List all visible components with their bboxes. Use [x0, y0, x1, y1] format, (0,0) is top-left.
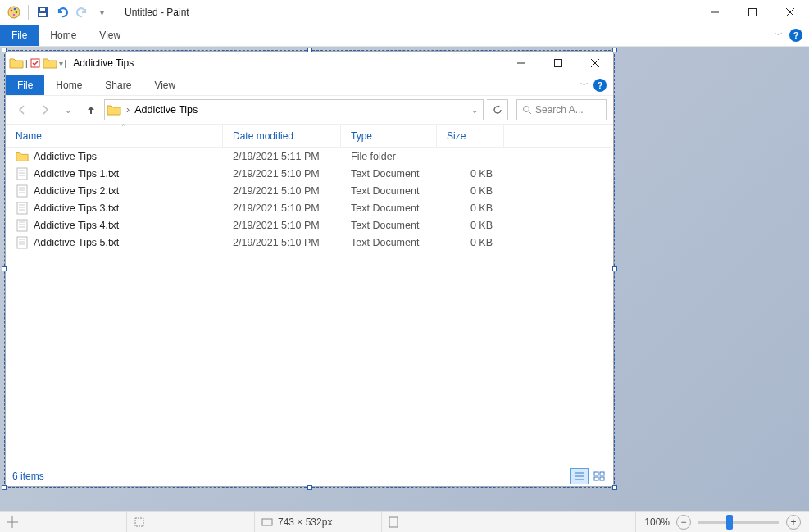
resize-handle-tl[interactable] — [2, 48, 7, 52]
paint-selection[interactable]: | ▾ | Addictive Tips — [4, 50, 615, 488]
search-input[interactable]: Search A... — [516, 99, 607, 120]
file-row[interactable]: Addictive Tips 3.txt2/19/2021 5:10 PMTex… — [6, 199, 613, 216]
svg-rect-48 — [135, 518, 143, 526]
file-row[interactable]: Addictive Tips 5.txt2/19/2021 5:10 PMTex… — [6, 234, 613, 251]
file-date: 2/19/2021 5:11 PM — [223, 151, 341, 162]
zoom-slider[interactable] — [698, 521, 779, 524]
view-details-button[interactable] — [570, 468, 589, 484]
explorer-file-list[interactable]: Addictive Tips2/19/2021 5:11 PMFile fold… — [6, 148, 613, 466]
undo-icon[interactable] — [53, 3, 71, 21]
svg-point-4 — [13, 14, 16, 16]
ribbon-collapse-icon[interactable]: ﹀ — [775, 30, 783, 41]
file-type: Text Document — [341, 237, 437, 248]
redo-icon[interactable] — [73, 3, 91, 21]
explorer-tab-view[interactable]: View — [143, 75, 187, 95]
file-row[interactable]: Addictive Tips2/19/2021 5:11 PMFile fold… — [6, 148, 613, 165]
file-row[interactable]: Addictive Tips 1.txt2/19/2021 5:10 PMTex… — [6, 165, 613, 182]
svg-rect-27 — [17, 202, 27, 214]
text-file-icon — [16, 219, 29, 232]
file-size: 0 KB — [437, 202, 504, 214]
nav-back-button[interactable] — [12, 100, 32, 120]
explorer-close-button[interactable] — [576, 52, 613, 75]
file-size: 0 KB — [437, 185, 504, 197]
file-date: 2/19/2021 5:10 PM — [223, 185, 341, 197]
nav-recent-dropdown[interactable]: ⌄ — [58, 100, 78, 120]
column-header-type[interactable]: Type — [341, 125, 437, 147]
refresh-button[interactable] — [487, 99, 508, 120]
svg-point-1 — [11, 10, 13, 12]
explorer-minimize-button[interactable] — [502, 52, 539, 75]
properties-icon[interactable] — [30, 57, 41, 69]
svg-point-3 — [16, 11, 18, 14]
column-header-size[interactable]: Size — [437, 125, 504, 147]
svg-rect-6 — [39, 13, 46, 16]
minimize-button[interactable] — [696, 0, 734, 25]
explorer-ribbon-collapse-icon[interactable]: ﹀ — [580, 80, 589, 91]
explorer-tab-share[interactable]: Share — [93, 75, 143, 95]
selection-size-icon — [134, 516, 145, 528]
paint-tab-home[interactable]: Home — [39, 25, 88, 46]
text-file-icon — [16, 184, 29, 198]
explorer-maximize-button[interactable] — [539, 52, 576, 75]
file-type: Text Document — [341, 220, 437, 231]
filesize-icon — [389, 516, 398, 528]
folder-icon — [107, 102, 121, 117]
close-button[interactable] — [771, 0, 809, 25]
maximize-button[interactable] — [734, 0, 771, 25]
paint-ribbon: File Home View ﹀ ? — [0, 25, 809, 47]
paint-canvas-area[interactable]: | ▾ | Addictive Tips — [0, 47, 809, 511]
zoom-out-button[interactable]: − — [676, 515, 691, 530]
file-type: Text Document — [341, 185, 437, 197]
explorer-tab-file[interactable]: File — [6, 75, 44, 95]
explorer-title-bar: | ▾ | Addictive Tips — [6, 52, 613, 75]
svg-point-0 — [8, 7, 20, 18]
breadcrumb-segment[interactable]: Addictive Tips — [134, 104, 198, 116]
resize-handle-rm[interactable] — [612, 266, 617, 271]
folder-icon — [43, 56, 57, 70]
file-size: 0 KB — [437, 168, 504, 180]
nav-up-button[interactable] — [81, 100, 101, 120]
view-thumbnails-button[interactable] — [590, 468, 608, 484]
resize-handle-lm[interactable] — [2, 266, 7, 271]
resize-handle-bl[interactable] — [2, 485, 7, 490]
svg-rect-50 — [389, 517, 398, 527]
file-name: Addictive Tips — [34, 151, 97, 162]
zoom-slider-thumb[interactable] — [726, 515, 733, 530]
search-icon — [522, 105, 532, 115]
file-date: 2/19/2021 5:10 PM — [223, 237, 341, 248]
resize-handle-bm[interactable] — [307, 485, 312, 490]
address-history-dropdown[interactable]: ⌄ — [471, 106, 483, 115]
status-zoom-group: 100% − + — [636, 515, 809, 530]
file-row[interactable]: Addictive Tips 2.txt2/19/2021 5:10 PMTex… — [6, 182, 613, 199]
paint-title-bar: ▾ Untitled - Paint — [0, 0, 809, 25]
paint-tab-view[interactable]: View — [88, 25, 132, 46]
nav-forward-button[interactable] — [35, 100, 55, 120]
column-header-date[interactable]: Date modified — [223, 125, 341, 147]
zoom-in-button[interactable]: + — [786, 515, 801, 530]
file-row[interactable]: Addictive Tips 4.txt2/19/2021 5:10 PMTex… — [6, 216, 613, 234]
address-input[interactable]: › Addictive Tips ⌄ — [104, 99, 484, 120]
qat-dropdown-icon[interactable]: ▾ — [59, 59, 63, 68]
paint-tab-file[interactable]: File — [0, 25, 39, 46]
save-icon[interactable] — [34, 3, 52, 21]
svg-rect-42 — [594, 472, 598, 475]
breadcrumb-separator-icon: › — [126, 104, 130, 116]
explorer-title-text: Addictive Tips — [73, 57, 134, 69]
column-header-name[interactable]: Name — [6, 125, 223, 147]
status-canvas-size: 743 × 532px — [255, 512, 382, 532]
file-name: Addictive Tips 4.txt — [34, 220, 119, 231]
resize-handle-tr[interactable] — [612, 48, 617, 52]
help-icon[interactable]: ? — [789, 29, 802, 42]
explorer-tab-home[interactable]: Home — [44, 75, 93, 95]
folder-icon — [16, 150, 29, 163]
resize-handle-tm[interactable] — [307, 48, 312, 52]
explorer-help-icon[interactable]: ? — [593, 79, 607, 92]
svg-rect-43 — [600, 472, 604, 475]
status-filesize — [382, 512, 636, 532]
resize-handle-br[interactable] — [612, 485, 617, 490]
file-size: 0 KB — [437, 237, 504, 248]
qat-customize-icon[interactable]: ▾ — [93, 3, 111, 21]
file-name: Addictive Tips 5.txt — [34, 237, 119, 248]
text-file-icon — [16, 202, 29, 215]
svg-rect-44 — [594, 477, 598, 480]
